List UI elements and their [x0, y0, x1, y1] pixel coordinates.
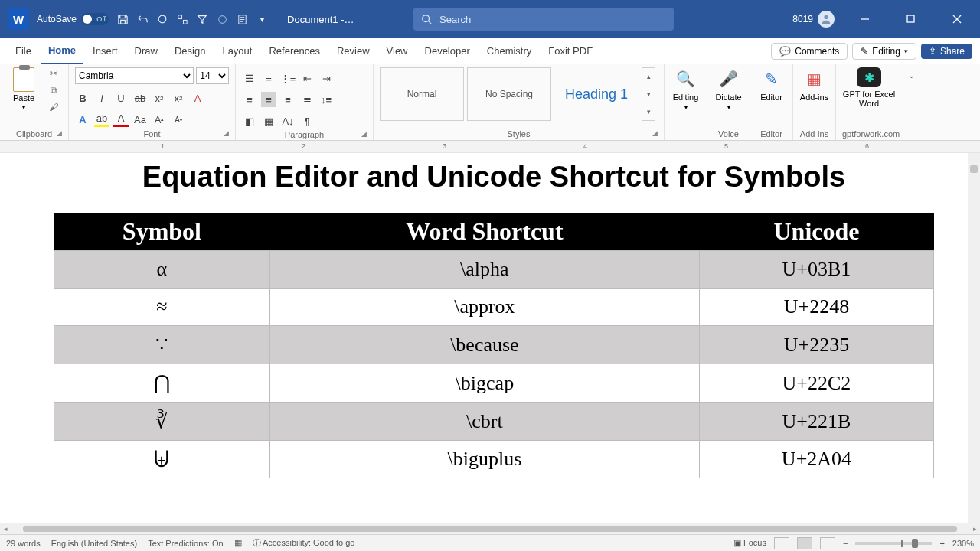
- zoom-in-button[interactable]: +: [939, 539, 944, 548]
- autosave-toggle[interactable]: AutoSave Off: [37, 13, 109, 25]
- language-status[interactable]: English (United States): [51, 539, 138, 548]
- shading-button[interactable]: ◧: [242, 113, 257, 129]
- sort-button[interactable]: A↓: [280, 113, 296, 129]
- dialog-launcher-icon[interactable]: ◢: [652, 129, 658, 137]
- zoom-slider[interactable]: [855, 542, 932, 545]
- editor-button[interactable]: ✎Editor: [756, 67, 786, 102]
- font-color-button[interactable]: A: [113, 112, 129, 127]
- cut-icon[interactable]: ✂: [47, 67, 60, 80]
- accessibility-status[interactable]: ⓘ Accessibility: Good to go: [253, 537, 355, 549]
- redo-icon[interactable]: [156, 13, 168, 25]
- vertical-scrollbar[interactable]: [968, 153, 980, 534]
- increase-indent-button[interactable]: ⇥: [318, 70, 334, 86]
- dialog-launcher-icon[interactable]: ◢: [224, 129, 229, 137]
- superscript-button[interactable]: x2: [171, 90, 186, 106]
- user-account[interactable]: 8019: [792, 11, 835, 28]
- read-mode-button[interactable]: [774, 537, 789, 549]
- word-count[interactable]: 29 words: [6, 539, 41, 548]
- tab-home[interactable]: Home: [41, 38, 83, 64]
- borders-button[interactable]: ▦: [261, 113, 276, 129]
- save-icon[interactable]: [116, 13, 129, 25]
- text-predictions-status[interactable]: Text Predictions: On: [148, 539, 223, 548]
- tab-view[interactable]: View: [379, 38, 416, 64]
- scroll-thumb[interactable]: [970, 165, 978, 173]
- zoom-level[interactable]: 230%: [952, 539, 974, 548]
- show-marks-button[interactable]: ¶: [299, 113, 315, 129]
- maximize-button[interactable]: [896, 0, 926, 38]
- scroll-thumb[interactable]: [23, 526, 957, 532]
- gallery-down-icon[interactable]: ▾: [642, 86, 655, 103]
- clear-format-button[interactable]: A: [190, 90, 205, 106]
- strikethrough-button[interactable]: ab: [132, 90, 148, 106]
- text-effects-button[interactable]: A: [75, 112, 90, 127]
- editing-mode-button[interactable]: ✎Editing▾: [852, 43, 916, 60]
- tab-foxit[interactable]: Foxit PDF: [541, 38, 600, 64]
- align-right-button[interactable]: ≡: [280, 92, 296, 107]
- highlight-button[interactable]: ab: [94, 112, 109, 127]
- collapse-ribbon-button[interactable]: ⌄: [902, 64, 920, 140]
- line-spacing-button[interactable]: ↕≡: [318, 92, 334, 107]
- filter-icon[interactable]: [196, 13, 208, 25]
- grow-font-button[interactable]: A▴: [152, 112, 167, 127]
- close-button[interactable]: [942, 0, 972, 38]
- minimize-button[interactable]: [850, 0, 880, 38]
- styles-gallery-nav[interactable]: ▴▾▾: [642, 67, 655, 121]
- qat-more-icon[interactable]: ▾: [256, 13, 268, 25]
- copy-icon[interactable]: ⧉: [47, 84, 60, 96]
- font-size-select[interactable]: 14: [196, 67, 229, 84]
- print-layout-button[interactable]: [797, 537, 812, 549]
- align-center-button[interactable]: ≡: [261, 92, 276, 107]
- macro-icon[interactable]: ▦: [234, 538, 242, 548]
- zoom-knob[interactable]: [912, 539, 918, 548]
- tab-developer[interactable]: Developer: [417, 38, 478, 64]
- comments-button[interactable]: 💬Comments: [771, 43, 848, 60]
- tab-layout[interactable]: Layout: [214, 38, 260, 64]
- gallery-more-icon[interactable]: ▾: [642, 103, 655, 120]
- format-painter-icon[interactable]: 🖌: [47, 101, 60, 113]
- dialog-launcher-icon[interactable]: ◢: [57, 129, 62, 137]
- numbering-button[interactable]: ≡: [261, 70, 276, 86]
- tab-file[interactable]: File: [8, 38, 39, 64]
- undo-icon[interactable]: [136, 13, 149, 25]
- qat-icon-4[interactable]: [176, 13, 188, 25]
- style-heading-1[interactable]: Heading 1: [554, 67, 639, 121]
- tab-references[interactable]: References: [261, 38, 327, 64]
- gpt-button[interactable]: ✱GPT for Excel Word: [842, 67, 896, 108]
- toggle-switch[interactable]: Off: [81, 13, 109, 25]
- shrink-font-button[interactable]: A▾: [171, 112, 186, 127]
- style-normal[interactable]: Normal: [380, 67, 464, 121]
- document-area[interactable]: Equation Editor and Unicode Shortcut for…: [0, 153, 980, 534]
- multilevel-button[interactable]: ⋮≡: [280, 70, 296, 86]
- tab-draw[interactable]: Draw: [127, 38, 165, 64]
- horizontal-ruler[interactable]: 1 2 3 4 5 6: [0, 141, 980, 153]
- italic-button[interactable]: I: [94, 90, 109, 106]
- change-case-button[interactable]: Aa: [132, 112, 148, 127]
- underline-button[interactable]: U: [113, 90, 129, 106]
- qat-icon-7[interactable]: [236, 13, 248, 25]
- qat-icon-6[interactable]: [216, 13, 228, 25]
- addins-button[interactable]: ▦Add-ins: [799, 67, 829, 102]
- subscript-button[interactable]: x2: [152, 90, 167, 106]
- horizontal-scrollbar[interactable]: ◂▸: [0, 523, 980, 534]
- font-name-select[interactable]: Cambria: [75, 67, 194, 84]
- gallery-up-icon[interactable]: ▴: [642, 68, 655, 86]
- tab-chemistry[interactable]: Chemistry: [479, 38, 540, 64]
- tab-review[interactable]: Review: [329, 38, 377, 64]
- focus-mode[interactable]: ▣ Focus: [733, 538, 766, 548]
- editing-button[interactable]: 🔍Editing▾: [671, 67, 701, 111]
- share-button[interactable]: ⇪Share: [921, 44, 972, 59]
- align-left-button[interactable]: ≡: [242, 92, 257, 107]
- justify-button[interactable]: ≣: [299, 92, 315, 107]
- web-layout-button[interactable]: [820, 537, 835, 549]
- bold-button[interactable]: B: [75, 90, 90, 106]
- zoom-out-button[interactable]: −: [843, 539, 848, 548]
- decrease-indent-button[interactable]: ⇤: [299, 70, 315, 86]
- dialog-launcher-icon[interactable]: ◢: [361, 130, 367, 138]
- paste-button[interactable]: Paste ▾: [6, 67, 41, 111]
- search-box[interactable]: Search: [413, 8, 674, 31]
- style-no-spacing[interactable]: No Spacing: [467, 67, 551, 121]
- bullets-button[interactable]: ☰: [242, 70, 257, 86]
- tab-design[interactable]: Design: [167, 38, 213, 64]
- dictate-button[interactable]: 🎤Dictate▾: [714, 67, 743, 111]
- tab-insert[interactable]: Insert: [85, 38, 126, 64]
